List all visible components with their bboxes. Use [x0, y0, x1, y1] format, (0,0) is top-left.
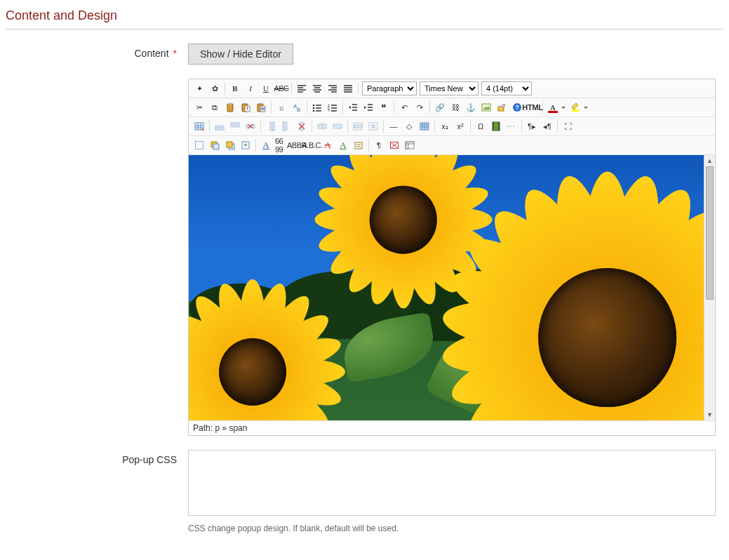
cleanup-icon[interactable]	[495, 100, 509, 114]
svg-rect-89	[213, 144, 219, 149]
indent-icon[interactable]	[361, 100, 375, 114]
toolbar-row-3: — ◇ x₂ x² Ω ¶▸ ◂¶ ⛶	[189, 117, 715, 136]
template-icon[interactable]	[403, 138, 417, 152]
svg-rect-17	[229, 103, 232, 105]
editor-scrollbar[interactable]: ▲ ▼	[704, 155, 715, 420]
copy-icon[interactable]: ⧉	[208, 100, 222, 114]
col-after-icon[interactable]	[279, 119, 293, 133]
remove-format-icon[interactable]: ◇	[402, 119, 416, 133]
required-asterisk: *	[173, 48, 177, 59]
show-invisibles-icon[interactable]	[417, 119, 432, 133]
svg-rect-66	[283, 122, 285, 131]
scroll-down-icon[interactable]: ▼	[704, 409, 715, 420]
editor-canvas[interactable]	[189, 155, 704, 420]
table-icon[interactable]	[192, 119, 206, 133]
cell-props-icon[interactable]	[366, 119, 380, 133]
paste-icon[interactable]	[223, 100, 237, 114]
anchor-icon[interactable]: ⚓	[464, 100, 478, 114]
bold-icon[interactable]: B	[228, 81, 242, 95]
align-justify-icon[interactable]	[341, 81, 355, 95]
text-color-dropdown-icon[interactable]	[561, 100, 566, 114]
fullscreen-icon[interactable]: ⛶	[561, 119, 575, 133]
unlink-icon[interactable]: ⛓	[448, 100, 462, 114]
image-icon[interactable]	[479, 100, 493, 114]
section-separator	[6, 29, 723, 29]
magento-widget-icon[interactable]: ✦	[192, 81, 206, 95]
pagebreak-icon[interactable]	[504, 119, 519, 133]
merge-cells-icon[interactable]	[330, 119, 345, 133]
svg-marker-38	[349, 106, 351, 109]
svg-rect-91	[227, 142, 232, 147]
rtl-icon[interactable]: ◂¶	[540, 119, 554, 133]
toggle-editor-button[interactable]: Show / Hide Editor	[188, 44, 293, 65]
layer-back-icon[interactable]	[208, 138, 222, 152]
svg-rect-57	[215, 128, 224, 130]
delete-col-icon[interactable]	[295, 119, 309, 133]
new-layer-icon[interactable]: +	[239, 138, 253, 152]
block-format-select[interactable]: Paragraph	[362, 81, 417, 95]
svg-rect-64	[272, 122, 274, 131]
font-family-select[interactable]: Times New R	[420, 81, 479, 95]
align-center-icon[interactable]	[310, 81, 324, 95]
numbered-list-icon[interactable]: 123	[326, 100, 340, 114]
text-color-icon[interactable]: A	[546, 100, 560, 114]
styleprops-icon[interactable]: A	[259, 138, 273, 152]
svg-rect-59	[231, 123, 239, 125]
cut-icon[interactable]: ✂	[192, 100, 206, 114]
replace-icon[interactable]: AB	[290, 100, 304, 114]
svg-point-26	[313, 105, 315, 107]
svg-point-28	[313, 110, 315, 112]
subscript-icon[interactable]: x₂	[438, 119, 452, 133]
wysiwyg-editor: ✦ ✿ B I U ABC Paragraph Times New R 4 (1…	[188, 79, 716, 436]
bullet-list-icon[interactable]	[310, 100, 324, 114]
align-right-icon[interactable]	[326, 81, 340, 95]
special-char-icon[interactable]: Ω	[474, 119, 488, 133]
link-icon[interactable]: 🔗	[433, 100, 447, 114]
acronym-icon[interactable]: A.B.C.	[305, 138, 319, 152]
popup-css-hint: CSS change popup design. If blank, defau…	[188, 524, 723, 533]
blockquote-icon[interactable]: ❝	[377, 100, 391, 114]
superscript-icon[interactable]: x²	[453, 119, 467, 133]
toolbar-row-1: ✦ ✿ B I U ABC Paragraph Times New R 4 (1…	[189, 79, 715, 98]
svg-text:?: ?	[515, 104, 519, 111]
del-icon[interactable]: A	[321, 138, 335, 152]
underline-icon[interactable]: U	[259, 81, 273, 95]
outdent-icon[interactable]	[346, 100, 360, 114]
edit-html-icon[interactable]: HTML	[526, 100, 540, 114]
highlight-color-icon[interactable]	[568, 100, 582, 114]
svg-point-27	[313, 107, 315, 109]
media-icon[interactable]	[489, 119, 503, 133]
row-props-icon[interactable]	[351, 119, 365, 133]
paste-word-icon[interactable]: W	[254, 100, 268, 114]
col-before-icon[interactable]	[264, 119, 278, 133]
split-merged-icon[interactable]	[315, 119, 329, 133]
row-after-icon[interactable]	[228, 119, 242, 133]
svg-text:T: T	[246, 107, 249, 111]
hr-icon[interactable]: —	[387, 119, 401, 133]
scroll-up-icon[interactable]: ▲	[704, 155, 715, 166]
popup-css-textarea[interactable]	[188, 450, 716, 516]
svg-rect-94	[355, 142, 362, 149]
row-before-icon[interactable]	[213, 119, 227, 133]
select-all-icon[interactable]	[192, 138, 206, 152]
find-icon[interactable]: ⌕	[274, 100, 288, 114]
align-left-icon[interactable]	[295, 81, 309, 95]
layer-front-icon[interactable]	[223, 138, 237, 152]
visualchars-icon[interactable]: ¶	[372, 138, 386, 152]
ins-icon[interactable]: A	[336, 138, 350, 152]
italic-icon[interactable]: I	[243, 81, 258, 95]
nbsp-icon[interactable]	[387, 138, 401, 152]
delete-row-icon[interactable]	[243, 119, 258, 133]
cite-icon[interactable]: 66 99	[274, 138, 288, 152]
font-size-select[interactable]: 4 (14pt)	[481, 81, 532, 95]
highlight-color-dropdown-icon[interactable]	[583, 100, 589, 114]
strikethrough-icon[interactable]: ABC	[274, 81, 288, 95]
redo-icon[interactable]: ↷	[413, 100, 427, 114]
paste-text-icon[interactable]: T	[239, 100, 253, 114]
svg-rect-72	[333, 124, 342, 128]
magento-variable-icon[interactable]: ✿	[208, 81, 222, 95]
ltr-icon[interactable]: ¶▸	[525, 119, 539, 133]
undo-icon[interactable]: ↶	[397, 100, 411, 114]
attribs-icon[interactable]	[352, 138, 366, 152]
scroll-thumb[interactable]	[706, 166, 714, 300]
